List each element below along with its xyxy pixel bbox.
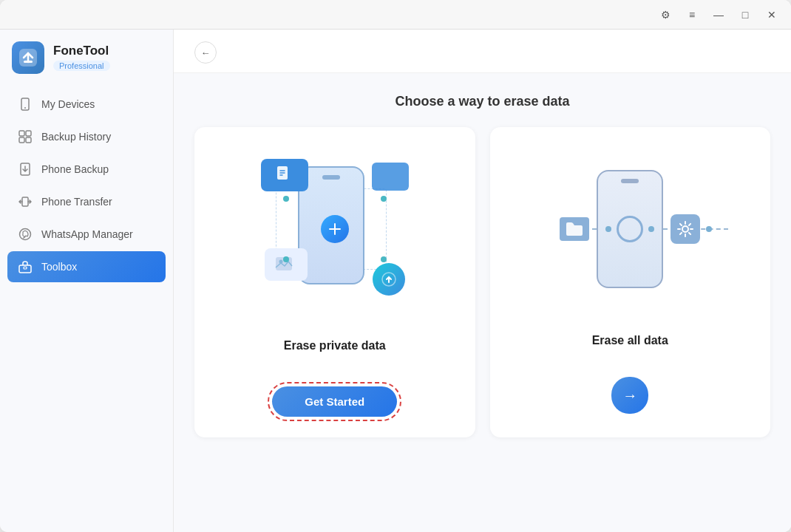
phone-backup-icon xyxy=(18,162,33,177)
phone-all xyxy=(556,151,704,307)
sidebar-item-label: Backup History xyxy=(41,131,111,143)
svg-rect-5 xyxy=(26,131,31,136)
titlebar: ⚙ ≡ — □ ✕ xyxy=(0,0,791,30)
erase-private-label: Erase private data xyxy=(284,339,386,352)
sidebar-item-label: My Devices xyxy=(41,98,95,110)
sidebar-item-phone-transfer[interactable]: Phone Transfer xyxy=(7,186,166,217)
file-card-1 xyxy=(261,159,308,191)
sidebar-nav: My Devices Backup History xyxy=(0,89,173,282)
content-area: ← Choose a way to erase data xyxy=(174,30,791,532)
dot-tl xyxy=(283,196,289,202)
sidebar-item-whatsapp-manager[interactable]: WhatsApp Manager xyxy=(7,219,166,250)
gear-icon xyxy=(671,214,700,244)
content-header: ← xyxy=(174,30,791,73)
svg-point-17 xyxy=(682,226,688,232)
menu-button[interactable]: ≡ xyxy=(682,4,702,25)
upload-circle xyxy=(373,263,405,296)
get-started-button[interactable]: Get Started xyxy=(272,386,397,417)
folder-icon xyxy=(560,217,589,241)
file-card-3 xyxy=(265,248,308,281)
erase-private-card: Erase private data Get Started xyxy=(194,127,475,437)
svg-rect-6 xyxy=(19,137,24,143)
brand-text: FoneTool Professional xyxy=(53,44,110,72)
choose-title: Choose a way to erase data xyxy=(194,94,770,109)
sidebar-item-my-devices[interactable]: My Devices xyxy=(7,89,166,120)
svg-rect-4 xyxy=(19,131,24,136)
maximize-button[interactable]: □ xyxy=(735,4,756,25)
sidebar: FoneTool Professional My Devices xyxy=(0,30,174,532)
file-card-2 xyxy=(372,163,409,191)
sidebar-item-label: Phone Transfer xyxy=(41,196,112,208)
dot-tr xyxy=(381,196,387,202)
minimize-button[interactable]: — xyxy=(708,4,729,25)
whatsapp-icon xyxy=(18,227,33,242)
backup-history-icon xyxy=(18,129,33,144)
private-data-illustration xyxy=(212,148,458,310)
phone-body-all xyxy=(597,170,663,288)
svg-rect-1 xyxy=(24,61,33,63)
phone-notch xyxy=(621,179,639,183)
phone-private xyxy=(261,151,409,307)
content-body: Choose a way to erase data xyxy=(174,73,791,532)
center-node xyxy=(321,215,349,243)
svg-rect-7 xyxy=(26,137,31,143)
titlebar-controls: ⚙ ≡ — □ ✕ xyxy=(655,4,782,25)
sidebar-item-label: Toolbox xyxy=(41,261,77,273)
center-ring xyxy=(617,216,643,242)
main-layout: FoneTool Professional My Devices xyxy=(0,30,791,532)
erase-all-label: Erase all data xyxy=(592,334,668,347)
phone-icon xyxy=(18,97,33,112)
svg-point-10 xyxy=(20,229,31,240)
svg-rect-12 xyxy=(24,267,27,269)
back-button[interactable]: ← xyxy=(194,41,217,64)
dot-bl xyxy=(283,256,289,262)
erase-all-arrow-button[interactable]: → xyxy=(611,377,648,414)
phone-transfer-icon xyxy=(18,194,33,209)
svg-rect-9 xyxy=(22,197,28,206)
erase-all-card: Erase all data → xyxy=(490,127,771,437)
svg-point-3 xyxy=(24,107,26,109)
sidebar-item-toolbox[interactable]: Toolbox xyxy=(7,251,166,282)
phone-notch xyxy=(322,175,340,180)
brand-name: FoneTool xyxy=(53,44,110,58)
toolbox-icon xyxy=(18,259,33,274)
dot-right xyxy=(648,226,654,232)
dot-far-right xyxy=(706,226,712,232)
dot-br xyxy=(381,256,387,262)
sidebar-item-label: WhatsApp Manager xyxy=(41,228,133,240)
dot-left xyxy=(605,226,611,232)
settings-button[interactable]: ⚙ xyxy=(655,4,676,25)
brand-plan: Professional xyxy=(53,61,110,71)
close-button[interactable]: ✕ xyxy=(761,4,782,25)
cards-row: Erase private data Get Started xyxy=(194,127,770,437)
sidebar-item-label: Phone Backup xyxy=(41,163,109,175)
sidebar-brand: FoneTool Professional xyxy=(0,41,173,89)
sidebar-item-phone-backup[interactable]: Phone Backup xyxy=(7,154,166,185)
app-window: ⚙ ≡ — □ ✕ FoneTool Profess xyxy=(0,0,791,532)
all-data-illustration xyxy=(508,148,753,310)
sidebar-item-backup-history[interactable]: Backup History xyxy=(7,121,166,152)
brand-logo xyxy=(12,41,44,74)
